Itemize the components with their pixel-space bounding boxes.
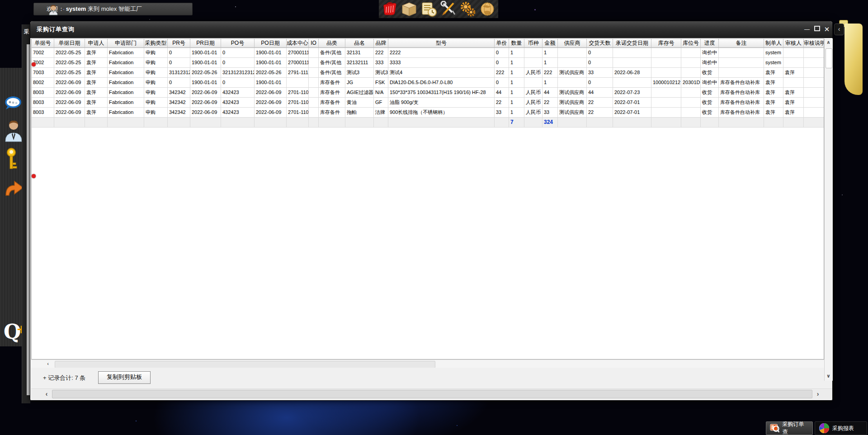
- table-cell[interactable]: [804, 98, 824, 108]
- column-header-25[interactable]: 进度: [701, 39, 719, 48]
- table-cell[interactable]: 22: [542, 98, 558, 108]
- table-vscroll-thumb[interactable]: [826, 48, 832, 68]
- globe-icon[interactable]: [479, 1, 495, 17]
- table-cell[interactable]: 人民币: [524, 108, 542, 118]
- copy-to-clipboard-button[interactable]: 复制到剪贴板: [98, 371, 151, 384]
- table-cell[interactable]: 1: [509, 68, 524, 78]
- table-cell[interactable]: 2022-05-25: [54, 58, 85, 68]
- column-header-22[interactable]: 承诺交货日期: [613, 39, 651, 48]
- table-cell[interactable]: JG: [345, 78, 374, 88]
- table-cell[interactable]: 申购: [144, 48, 168, 58]
- table-cell[interactable]: 2022-07-01: [613, 98, 651, 108]
- user-icon[interactable]: [4, 119, 24, 142]
- taskbar-item-purchase-reports[interactable]: 采购报表: [815, 421, 867, 435]
- table-cell[interactable]: 1900-01-01: [190, 48, 221, 58]
- table-row[interactable]: 80032022-06-09袁萍Fabrication申购3423422022-…: [32, 88, 824, 98]
- table-row[interactable]: 80032022-06-09袁萍Fabrication申购3423422022-…: [32, 98, 824, 108]
- table-cell[interactable]: 洁牌: [374, 108, 388, 118]
- scroll-down-icon[interactable]: ∨: [825, 373, 832, 379]
- column-header-24[interactable]: 库位号: [681, 39, 701, 48]
- table-cell[interactable]: 1: [509, 98, 524, 108]
- table-cell[interactable]: [783, 48, 804, 58]
- table-cell[interactable]: [681, 68, 701, 78]
- table-cell[interactable]: 432423: [221, 88, 255, 98]
- table-cell[interactable]: FSK: [374, 78, 388, 88]
- table-cell[interactable]: 0: [495, 78, 509, 88]
- window-hscroll-thumb[interactable]: [52, 390, 812, 398]
- table-cell[interactable]: 0: [168, 58, 190, 68]
- table-cell[interactable]: 库存备件自动补库: [719, 78, 764, 88]
- table-cell[interactable]: 申购: [144, 58, 168, 68]
- column-header-2[interactable]: 单据日期: [54, 39, 85, 48]
- table-cell[interactable]: 1: [509, 88, 524, 98]
- basket-icon[interactable]: [382, 1, 398, 17]
- table-cell[interactable]: 1900-01-01: [190, 78, 221, 88]
- table-cell[interactable]: 2022-06-09: [190, 98, 221, 108]
- table-cell[interactable]: [651, 58, 681, 68]
- table-hscrollbar[interactable]: ‹: [31, 359, 824, 368]
- column-header-18[interactable]: 币种: [524, 39, 542, 48]
- table-cell[interactable]: 2022-06-09: [190, 88, 221, 98]
- table-cell[interactable]: 1900-01-01: [255, 58, 287, 68]
- column-header-8[interactable]: PO号: [221, 39, 255, 48]
- column-header-19[interactable]: 金额: [542, 39, 558, 48]
- table-cell[interactable]: 2022-07-01: [613, 108, 651, 118]
- table-cell[interactable]: 1: [542, 58, 558, 68]
- table-cell[interactable]: 44: [495, 88, 509, 98]
- table-cell[interactable]: 测试供应商: [558, 68, 587, 78]
- table-cell[interactable]: [558, 78, 587, 88]
- table-cell[interactable]: [524, 48, 542, 58]
- table-cell[interactable]: 申购: [144, 68, 168, 78]
- table-cell[interactable]: 432423: [221, 98, 255, 108]
- column-header-21[interactable]: 交货天数: [587, 39, 613, 48]
- table-cell[interactable]: 1000010212: [651, 78, 681, 88]
- table-cell[interactable]: 342342: [168, 108, 190, 118]
- table-cell[interactable]: [783, 78, 804, 88]
- maximize-button[interactable]: [813, 26, 821, 33]
- table-cell[interactable]: 1: [509, 108, 524, 118]
- table-cell[interactable]: 1900-01-01: [255, 48, 287, 58]
- table-cell[interactable]: 0: [587, 78, 613, 88]
- table-cell[interactable]: 备件/其他: [319, 68, 345, 78]
- table-cell[interactable]: 1: [542, 48, 558, 58]
- table-cell[interactable]: [558, 58, 587, 68]
- table-cell[interactable]: 袁萍: [764, 88, 783, 98]
- table-cell[interactable]: [651, 68, 681, 78]
- table-cell[interactable]: Fabrication: [108, 98, 144, 108]
- table-cell[interactable]: GF: [374, 98, 388, 108]
- table-cell[interactable]: 222: [374, 48, 388, 58]
- table-cell[interactable]: 2022-06-09: [190, 108, 221, 118]
- table-cell[interactable]: 0: [221, 58, 255, 68]
- table-cell[interactable]: 人民币: [524, 88, 542, 98]
- table-cell[interactable]: 8003: [32, 88, 54, 98]
- table-cell[interactable]: [651, 98, 681, 108]
- table-cell[interactable]: 8002: [32, 78, 54, 88]
- table-cell[interactable]: Fabrication: [108, 108, 144, 118]
- folder-icon[interactable]: [844, 24, 863, 95]
- table-cell[interactable]: 袁萍: [85, 58, 108, 68]
- table-cell[interactable]: 44: [542, 88, 558, 98]
- table-cell[interactable]: 收货: [701, 98, 719, 108]
- window-hscrollbar[interactable]: ‹ ›: [31, 388, 832, 399]
- table-cell[interactable]: 2022-06-09: [255, 108, 287, 118]
- table-cell[interactable]: 备件/其他: [319, 48, 345, 58]
- table-cell[interactable]: 8003: [32, 98, 54, 108]
- table-cell[interactable]: 7002: [32, 48, 54, 58]
- key-icon[interactable]: [4, 147, 19, 172]
- table-cell[interactable]: 2022-06-09: [54, 108, 85, 118]
- table-cell[interactable]: 7003: [32, 68, 54, 78]
- column-header-16[interactable]: 单价: [495, 39, 509, 48]
- table-cell[interactable]: [804, 68, 824, 78]
- scroll-up-icon[interactable]: ∧: [825, 39, 832, 45]
- table-cell[interactable]: 袁萍: [85, 78, 108, 88]
- table-cell[interactable]: [719, 68, 764, 78]
- table-cell[interactable]: 222: [542, 68, 558, 78]
- table-cell[interactable]: 袁萍: [85, 88, 108, 98]
- table-cell[interactable]: 袁萍: [783, 88, 804, 98]
- table-cell[interactable]: system: [764, 48, 783, 58]
- table-cell[interactable]: 2701-1100: [287, 88, 309, 98]
- table-cell[interactable]: 询价中: [701, 48, 719, 58]
- table-cell[interactable]: 袁萍: [764, 68, 783, 78]
- table-cell[interactable]: 询价中: [701, 78, 719, 88]
- table-cell[interactable]: 2701-1100: [287, 98, 309, 108]
